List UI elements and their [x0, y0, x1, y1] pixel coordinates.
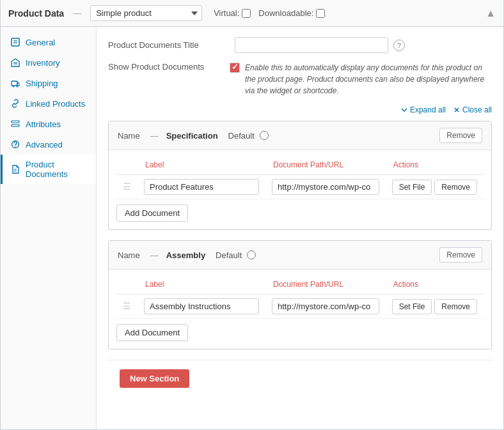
doc-url-input-2-0[interactable] — [272, 298, 379, 314]
expand-close-row: Expand all Close all — [108, 105, 492, 114]
close-all-button[interactable]: Close all — [453, 105, 492, 114]
section-default-label-1: Default — [228, 131, 255, 141]
sidebar-label-product-documents: Product Documents — [26, 160, 88, 179]
new-section-button[interactable]: New Section — [120, 369, 189, 388]
sidebar-item-attributes[interactable]: Attributes — [1, 114, 96, 134]
table-row: ☰ Set File — [116, 295, 484, 319]
sidebar-item-general[interactable]: General — [1, 32, 96, 52]
product-data-title: Product Data — [8, 8, 64, 19]
show-documents-row: Show Product Documents Enable this to au… — [108, 62, 492, 96]
product-data-body: General Inventory — [1, 27, 503, 429]
drag-handle-2-0[interactable]: ☰ — [123, 301, 131, 311]
table-row: ☰ Set File — [116, 175, 484, 199]
doc-label-input-2-0[interactable] — [144, 298, 259, 314]
add-document-button-1[interactable]: Add Document — [116, 204, 188, 222]
table-th-label-1: Label — [138, 155, 265, 175]
sidebar-label-shipping: Shipping — [26, 79, 58, 88]
set-file-button-1-0[interactable]: Set File — [392, 180, 432, 195]
shipping-icon — [10, 78, 20, 88]
collapse-button[interactable]: ▲ — [485, 8, 496, 19]
section-remove-button-2[interactable]: Remove — [439, 247, 482, 263]
virtual-checkbox[interactable] — [242, 9, 251, 18]
product-data-wrapper: Product Data — Simple product Grouped pr… — [0, 0, 504, 430]
section-name-value-1: Specification — [166, 131, 218, 141]
svg-point-9 — [15, 146, 15, 147]
show-documents-label: Show Product Documents — [108, 62, 230, 72]
general-icon — [10, 37, 20, 47]
new-section-area: New Section — [108, 360, 492, 399]
expand-icon — [401, 107, 407, 113]
svg-rect-6 — [12, 121, 19, 123]
documents-table-2: Label Document Path/URL Actions ☰ — [116, 275, 484, 319]
section-body-2: Label Document Path/URL Actions ☰ — [109, 270, 491, 349]
doc-actions-2-0: Set File Remove — [392, 299, 477, 314]
expand-all-button[interactable]: Expand all — [401, 105, 446, 114]
section-default-radio-2[interactable] — [247, 250, 256, 259]
table-th-actions-1: Actions — [386, 155, 484, 175]
section-body-1: Label Document Path/URL Actions ☰ — [109, 150, 491, 229]
sidebar-item-inventory[interactable]: Inventory — [1, 52, 96, 73]
sidebar-item-product-documents[interactable]: Product Documents — [1, 155, 96, 184]
product-documents-icon — [10, 164, 20, 174]
section-dash-2: — — [150, 250, 159, 260]
documents-table-1: Label Document Path/URL Actions ☰ — [116, 155, 484, 199]
section-panel-specification: Name — Specification Default Remove Labe… — [108, 121, 492, 230]
virtual-label[interactable]: Virtual: — [214, 8, 251, 18]
attributes-icon — [10, 119, 20, 129]
set-file-button-2-0[interactable]: Set File — [392, 299, 432, 314]
sidebar: General Inventory — [1, 27, 97, 429]
doc-remove-button-1-0[interactable]: Remove — [434, 180, 477, 195]
table-th-drag-2 — [116, 275, 138, 295]
sidebar-item-linked-products[interactable]: Linked Products — [1, 93, 96, 114]
table-th-drag-1 — [116, 155, 138, 175]
svg-rect-0 — [12, 38, 19, 46]
svg-rect-7 — [12, 125, 19, 127]
svg-point-5 — [17, 86, 18, 87]
doc-actions-1-0: Set File Remove — [392, 180, 477, 195]
doc-remove-button-2-0[interactable]: Remove — [434, 299, 477, 314]
linked-products-icon — [10, 98, 20, 109]
table-th-actions-2: Actions — [386, 275, 484, 295]
sidebar-item-advanced[interactable]: Advanced — [1, 134, 96, 155]
section-header-specification: Name — Specification Default Remove — [109, 121, 491, 150]
table-th-label-2: Label — [138, 275, 265, 295]
section-name-value-2: Assembly — [166, 250, 205, 260]
section-default-label-2: Default — [216, 250, 242, 260]
show-documents-checkbox[interactable] — [230, 63, 240, 73]
header-dash: — — [73, 8, 81, 18]
product-data-header: Product Data — Simple product Grouped pr… — [1, 0, 503, 27]
drag-handle-1-0[interactable]: ☰ — [123, 181, 131, 192]
sidebar-item-shipping[interactable]: Shipping — [1, 73, 96, 93]
svg-point-4 — [13, 86, 14, 87]
close-icon — [453, 107, 460, 113]
table-th-url-1: Document Path/URL — [265, 155, 386, 175]
doc-url-input-1-0[interactable] — [272, 179, 379, 195]
section-dash-1: — — [150, 131, 159, 141]
documents-title-row: Product Documents Title ? — [108, 37, 492, 53]
inventory-icon — [10, 58, 20, 68]
header-options: Virtual: Downloadable: — [214, 8, 325, 18]
section-remove-button-1[interactable]: Remove — [439, 128, 482, 143]
sidebar-label-inventory: Inventory — [26, 58, 59, 68]
documents-title-label: Product Documents Title — [108, 40, 230, 50]
doc-label-input-1-0[interactable] — [144, 179, 259, 195]
sidebar-label-linked-products: Linked Products — [26, 99, 85, 109]
section-name-label-1: Name — [118, 131, 140, 141]
svg-rect-3 — [12, 81, 17, 86]
sidebar-label-attributes: Attributes — [26, 119, 61, 129]
help-icon[interactable]: ? — [393, 40, 405, 51]
section-header-assembly: Name — Assembly Default Remove — [109, 241, 491, 270]
add-document-button-2[interactable]: Add Document — [116, 324, 188, 341]
downloadable-checkbox[interactable] — [316, 9, 325, 18]
section-name-label-2: Name — [118, 250, 140, 260]
content-area: Product Documents Title ? Show Product D… — [97, 27, 503, 429]
product-type-select[interactable]: Simple product Grouped product External/… — [90, 5, 202, 21]
show-documents-description: Enable this to automatically display any… — [245, 62, 492, 96]
downloadable-label[interactable]: Downloadable: — [258, 8, 325, 18]
sidebar-label-general: General — [26, 38, 55, 47]
table-th-url-2: Document Path/URL — [265, 275, 386, 295]
documents-title-input[interactable] — [235, 37, 388, 53]
section-default-radio-1[interactable] — [260, 131, 269, 140]
advanced-icon — [10, 139, 20, 150]
sidebar-label-advanced: Advanced — [26, 140, 63, 150]
